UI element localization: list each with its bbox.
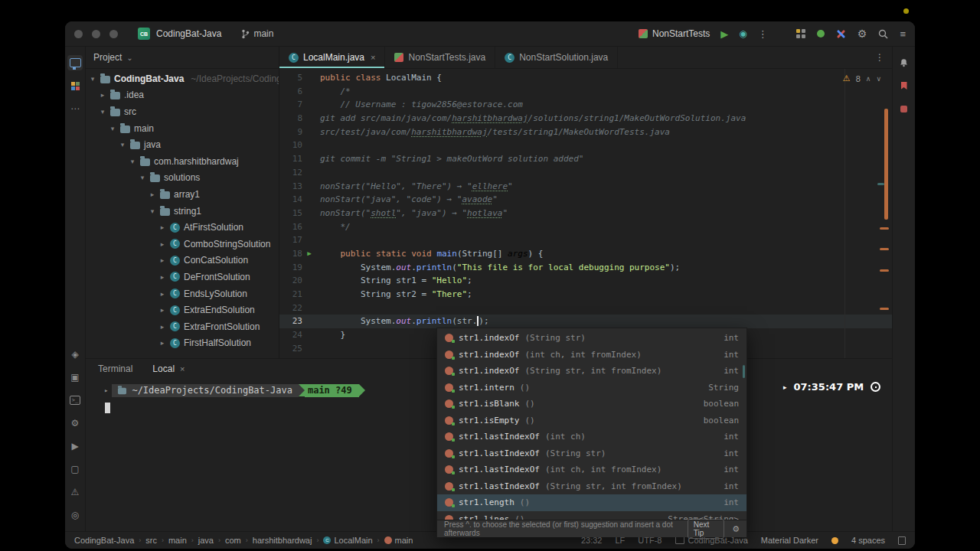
project-panel-header[interactable]: Project ⌄	[86, 47, 279, 69]
run-more-icon[interactable]: ⋮	[758, 28, 769, 40]
inspections-widget[interactable]: ⚠ 8 ∧ ∨	[843, 73, 881, 83]
notifications-bell-icon[interactable]	[897, 55, 912, 70]
theme-name[interactable]: Material Darker	[761, 536, 818, 545]
terminal-title[interactable]: Terminal	[98, 364, 132, 374]
completion-item-str1-indexof-int-ch-int-fromindex[interactable]: str1.indexOf(int ch, int fromIndex)int	[437, 347, 746, 364]
chevron-down-icon[interactable]: ▾	[149, 207, 156, 215]
next-problem-icon[interactable]: ∨	[876, 75, 881, 83]
window-close-button[interactable]	[74, 30, 83, 38]
tab-nonstartsolution-java[interactable]: CNonStartSolution.java	[495, 47, 618, 68]
chevron-down-icon[interactable]: ▾	[99, 108, 106, 116]
tree-item-java[interactable]: ▾java	[86, 136, 279, 153]
completion-item-str1-lastindexof-int-ch-int-fromindex[interactable]: str1.lastIndexOf(int ch, int fromIndex)i…	[437, 461, 746, 478]
chevron-right-icon[interactable]: ▸	[158, 339, 166, 347]
completion-item-str1-isempty[interactable]: str1.isEmpty()boolean	[437, 412, 746, 429]
chevron-right-icon[interactable]: ▸	[158, 223, 166, 231]
git-tool-icon[interactable]: ◎	[67, 507, 83, 523]
chevron-right-icon[interactable]: ▸	[149, 191, 156, 198]
completion-item-str1-lastindexof-string-str[interactable]: str1.lastIndexOf(String str)int	[437, 445, 746, 462]
code-line[interactable]: 8git add src/main/java/com/harshitbhardw…	[279, 112, 892, 126]
scrollbar-thumb[interactable]	[884, 109, 888, 220]
packages-tool-icon[interactable]: ▣	[67, 370, 83, 385]
chevron-right-icon[interactable]: ▸	[99, 91, 106, 99]
status-dot-icon[interactable]	[817, 30, 825, 37]
tree-item-firsthalfsolution[interactable]: ▸CFirstHalfSolution	[86, 335, 279, 352]
window-zoom-button[interactable]	[109, 30, 118, 38]
chevron-down-icon[interactable]: ▾	[119, 141, 126, 148]
dependencies-tool-icon[interactable]: ▢	[67, 461, 83, 477]
completion-item-str1-lastindexof-string-str-int-fromindex[interactable]: str1.lastIndexOf(String str, int fromInd…	[437, 478, 746, 495]
tabs-more-icon[interactable]: ⋮	[867, 47, 892, 68]
code-line[interactable]: 9src/test/java/com/harshitbhardwaj/tests…	[279, 126, 892, 139]
commit-tool-icon[interactable]	[67, 78, 83, 93]
tree-item-com-harshitbhardwaj[interactable]: ▾com.harshitbhardwaj	[86, 153, 279, 170]
breadcrumb-localmain[interactable]: CLocalMain	[323, 536, 372, 545]
window-minimize-button[interactable]	[92, 30, 100, 38]
run-button[interactable]: ▶	[720, 28, 728, 40]
completion-item-str1-length[interactable]: str1.length()int	[437, 494, 746, 511]
completion-item-str1-lines[interactable]: str1.lines()Stream<String>	[437, 511, 746, 520]
completion-item-str1-isblank[interactable]: str1.isBlank()boolean	[437, 396, 746, 412]
breadcrumb-src[interactable]: src	[145, 536, 157, 545]
chevron-down-icon[interactable]: ▾	[139, 174, 146, 181]
terminal-tab-local[interactable]: Local ×	[152, 364, 185, 374]
completion-settings-icon[interactable]: ⚙	[732, 525, 740, 533]
services-tool-icon[interactable]: ▶	[67, 439, 83, 454]
run-configuration-select[interactable]: NonStartTests	[639, 28, 710, 39]
popup-scrollbar[interactable]	[743, 365, 745, 378]
tree-item-defrontsolution[interactable]: ▸CDeFrontSolution	[86, 269, 279, 285]
code-line[interactable]: 12	[279, 166, 892, 180]
tree-item-codingbat-java[interactable]: ▾CodingBat-Java~/IdeaProjects/CodingBat-…	[86, 70, 279, 87]
code-line[interactable]: 18▶ public static void main(String[] arg…	[279, 247, 892, 261]
run-gutter-icon[interactable]: ▶	[302, 247, 316, 261]
code-line[interactable]: 16 */	[279, 220, 892, 234]
breadcrumb-main[interactable]: main	[384, 536, 413, 545]
code-line[interactable]: 13nonStart("Hello", "There") → "ellhere"	[279, 180, 892, 194]
tools-icon[interactable]	[836, 29, 846, 39]
code-line[interactable]: 23 System.out.println(str.);	[279, 315, 892, 328]
breadcrumb-com[interactable]: com	[225, 536, 241, 545]
close-icon[interactable]: ×	[371, 53, 375, 62]
prev-problem-icon[interactable]: ∧	[866, 75, 871, 83]
flag-marker-icon[interactable]	[897, 101, 912, 116]
tree-item-array1[interactable]: ▸array1	[86, 186, 279, 203]
more-tools-icon[interactable]: ⋯	[67, 101, 83, 116]
breadcrumb-harshitbhardwaj[interactable]: harshitbhardwaj	[253, 536, 312, 545]
titlebar-project-name[interactable]: CodingBat-Java	[156, 28, 221, 39]
tree-item-main[interactable]: ▾main	[86, 120, 279, 137]
tree-item-src[interactable]: ▾src	[86, 103, 279, 120]
chevron-right-icon[interactable]: ▸	[158, 273, 166, 281]
tree-item-string1[interactable]: ▾string1	[86, 203, 279, 220]
completion-item-str1-lastindexof-int-ch[interactable]: str1.lastIndexOf(int ch)int	[437, 429, 746, 445]
tab-nonstarttests-java[interactable]: NonStartTests.java	[385, 47, 495, 68]
tree-item-extraendsolution[interactable]: ▸CExtraEndSolution	[86, 302, 279, 318]
problems-tool-icon[interactable]: ⚠	[67, 484, 83, 500]
bookmark-marker-icon[interactable]	[897, 78, 912, 93]
chevron-right-icon[interactable]: ▸	[158, 306, 166, 314]
tree-item-extrafrontsolution[interactable]: ▸CExtraFrontSolution	[86, 318, 279, 335]
chevron-right-icon[interactable]: ▸	[158, 323, 166, 331]
code-line[interactable]: 14nonStart("java", "code") → "avaode"	[279, 193, 892, 207]
lock-icon[interactable]	[898, 536, 906, 545]
chevron-right-icon[interactable]: ▸	[158, 240, 166, 248]
indent-setting[interactable]: 4 spaces	[851, 536, 885, 545]
tree-item-atfirstsolution[interactable]: ▸CAtFirstSolution	[86, 219, 279, 236]
code-line[interactable]: 17	[279, 233, 892, 247]
settings-gear-icon[interactable]: ⚙	[858, 28, 867, 39]
tree-item-solutions[interactable]: ▾solutions	[86, 170, 279, 187]
chevron-right-icon[interactable]: ▸	[158, 290, 166, 298]
chevron-down-icon[interactable]: ▾	[109, 125, 116, 132]
breadcrumb-java[interactable]: java	[198, 536, 214, 545]
tree-item-idea[interactable]: ▸.idea	[86, 87, 279, 104]
layout-grid-icon[interactable]	[796, 29, 805, 38]
code-line[interactable]: 10	[279, 139, 892, 152]
code-line[interactable]: 15nonStart("shotl", "java") → "hotlava"	[279, 207, 892, 220]
search-icon[interactable]	[878, 29, 888, 39]
breadcrumb-main[interactable]: main	[168, 536, 187, 545]
completion-item-str1-intern[interactable]: str1.intern()String	[437, 380, 746, 396]
tab-localmain-java[interactable]: CLocalMain.java×	[279, 47, 385, 68]
code-editor[interactable]: ⚠ 8 ∧ ∨ 5public class LocalMain {6 /*7 /…	[279, 69, 892, 358]
main-menu-icon[interactable]: ≡	[900, 28, 906, 40]
code-line[interactable]: 7 // Username : tigow2856@estorace.com	[279, 98, 892, 112]
debug-tool-icon[interactable]: ◈	[67, 347, 83, 362]
